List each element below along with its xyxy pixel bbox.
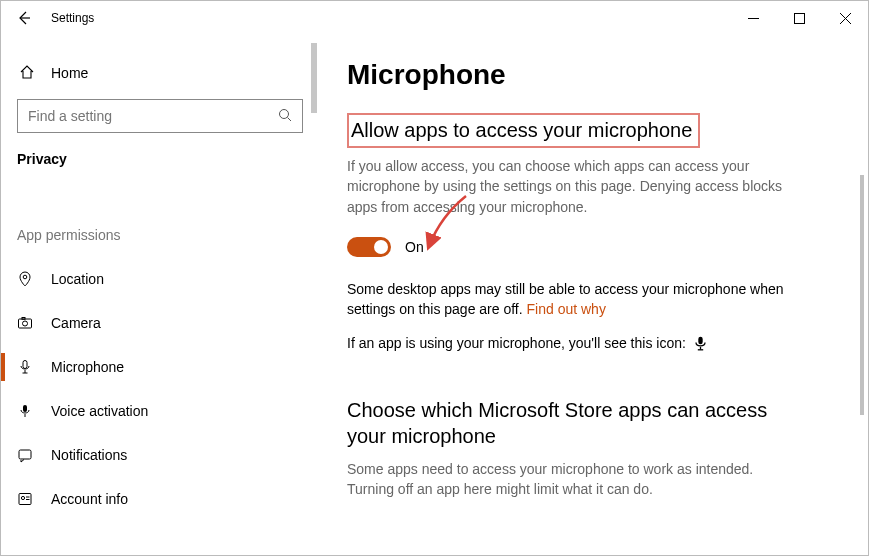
icon-note: If an app is using your microphone, you'… (347, 333, 787, 356)
location-icon (17, 271, 37, 287)
svg-rect-2 (794, 13, 804, 23)
close-button[interactable] (822, 2, 868, 34)
toggle-row: On (347, 237, 840, 257)
home-icon (17, 64, 37, 83)
toggle-state-label: On (405, 239, 424, 255)
nav-label: Location (51, 271, 104, 287)
page-title: Microphone (347, 59, 840, 91)
store-apps-heading: Choose which Microsoft Store apps can ac… (347, 397, 797, 449)
allow-apps-heading: Allow apps to access your microphone (351, 119, 692, 142)
svg-point-5 (280, 109, 289, 118)
home-label: Home (51, 65, 88, 81)
svg-point-7 (23, 275, 27, 279)
camera-icon (17, 315, 37, 331)
nav-label: Voice activation (51, 403, 148, 419)
search-icon (278, 108, 292, 125)
svg-point-9 (23, 321, 28, 326)
microphone-access-toggle[interactable] (347, 237, 391, 257)
nav-item-microphone[interactable]: Microphone (1, 345, 319, 389)
highlight-annotation: Allow apps to access your microphone (347, 113, 700, 148)
nav-item-camera[interactable]: Camera (1, 301, 319, 345)
nav-label: Notifications (51, 447, 127, 463)
titlebar: Settings (1, 1, 868, 35)
desktop-apps-note: Some desktop apps may still be able to a… (347, 279, 787, 320)
microphone-indicator-icon (694, 336, 707, 356)
sidebar-scrollbar[interactable] (311, 43, 317, 113)
nav-item-location[interactable]: Location (1, 257, 319, 301)
section-label: App permissions (17, 227, 303, 243)
search-box[interactable] (17, 99, 303, 133)
svg-rect-10 (22, 318, 25, 320)
svg-rect-14 (23, 405, 27, 412)
app-title: Settings (51, 11, 94, 25)
nav-item-account-info[interactable]: Account info (1, 477, 319, 521)
find-out-why-link[interactable]: Find out why (527, 301, 606, 317)
svg-rect-8 (19, 319, 32, 328)
svg-rect-21 (698, 337, 702, 345)
window-controls (730, 2, 868, 34)
svg-rect-16 (19, 450, 31, 459)
maximize-button[interactable] (776, 2, 822, 34)
nav-label: Microphone (51, 359, 124, 375)
svg-rect-11 (23, 361, 27, 369)
back-button[interactable] (11, 5, 37, 31)
current-category: Privacy (17, 151, 303, 167)
nav-item-notifications[interactable]: Notifications (1, 433, 319, 477)
store-apps-description: Some apps need to access your microphone… (347, 459, 787, 500)
account-icon (17, 491, 37, 507)
allow-apps-description: If you allow access, you can choose whic… (347, 156, 787, 217)
section-store-apps: Choose which Microsoft Store apps can ac… (347, 397, 840, 500)
nav-label: Account info (51, 491, 128, 507)
voice-icon (17, 403, 37, 419)
home-nav[interactable]: Home (17, 55, 303, 91)
icon-note-text: If an app is using your microphone, you'… (347, 335, 686, 351)
notifications-icon (17, 447, 37, 463)
main-scrollbar[interactable] (860, 175, 864, 415)
nav-list: Location Camera Microphone Voice activat… (1, 257, 319, 521)
sidebar: Home Privacy App permissions Location Ca… (1, 35, 319, 555)
svg-line-6 (288, 117, 292, 121)
nav-label: Camera (51, 315, 101, 331)
microphone-icon (17, 359, 37, 375)
main-content: Microphone Allow apps to access your mic… (319, 35, 868, 555)
search-input[interactable] (28, 108, 258, 124)
svg-point-18 (21, 496, 24, 499)
minimize-button[interactable] (730, 2, 776, 34)
nav-item-voice-activation[interactable]: Voice activation (1, 389, 319, 433)
